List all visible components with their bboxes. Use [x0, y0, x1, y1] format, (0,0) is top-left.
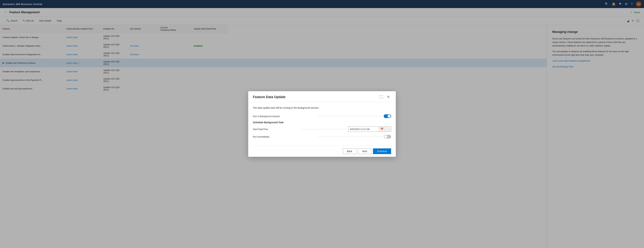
run-immediately-toggle[interactable]: [384, 135, 391, 138]
modal-close-button[interactable]: ✕: [386, 94, 391, 99]
start-datetime-label: Start Date/Time: [253, 128, 299, 130]
start-datetime-control: 📅 …: [348, 126, 391, 132]
modal-description: The data update task will be running in …: [253, 106, 391, 110]
start-datetime-input[interactable]: [348, 127, 378, 132]
modal-title: Feature Data Update: [253, 95, 286, 99]
run-background-control: [384, 114, 391, 118]
calendar-icon-button[interactable]: 📅: [378, 126, 385, 132]
schedule-section-title: Schedule Background Task: [253, 121, 391, 124]
run-immediately-row: Run Immediately: [253, 135, 391, 138]
date-input-wrapper: 📅 …: [348, 126, 391, 132]
date-more-options-button[interactable]: …: [385, 127, 391, 132]
modal-overlay: Feature Data Update ⛶ ✕ The data update …: [0, 0, 644, 248]
run-background-label: Run In Background Session: [253, 115, 317, 118]
feature-data-update-modal: Feature Data Update ⛶ ✕ The data update …: [248, 91, 396, 157]
back-button[interactable]: Back: [343, 148, 356, 154]
run-immediately-label: Run Immediately: [253, 136, 317, 138]
modal-header: Feature Data Update ⛶ ✕: [248, 91, 396, 102]
modal-expand-button[interactable]: ⛶: [378, 94, 384, 99]
next-button[interactable]: Next: [358, 148, 371, 154]
start-datetime-dotted: [300, 129, 347, 129]
run-immediately-control: [384, 135, 391, 138]
run-background-row: Run In Background Session: [253, 114, 391, 118]
start-datetime-row: Start Date/Time 📅 …: [253, 126, 391, 132]
modal-body: The data update task will be running in …: [248, 102, 396, 146]
modal-footer: Back Next Schedule: [248, 146, 396, 157]
schedule-button[interactable]: Schedule: [373, 148, 391, 154]
run-background-toggle[interactable]: [384, 114, 391, 118]
